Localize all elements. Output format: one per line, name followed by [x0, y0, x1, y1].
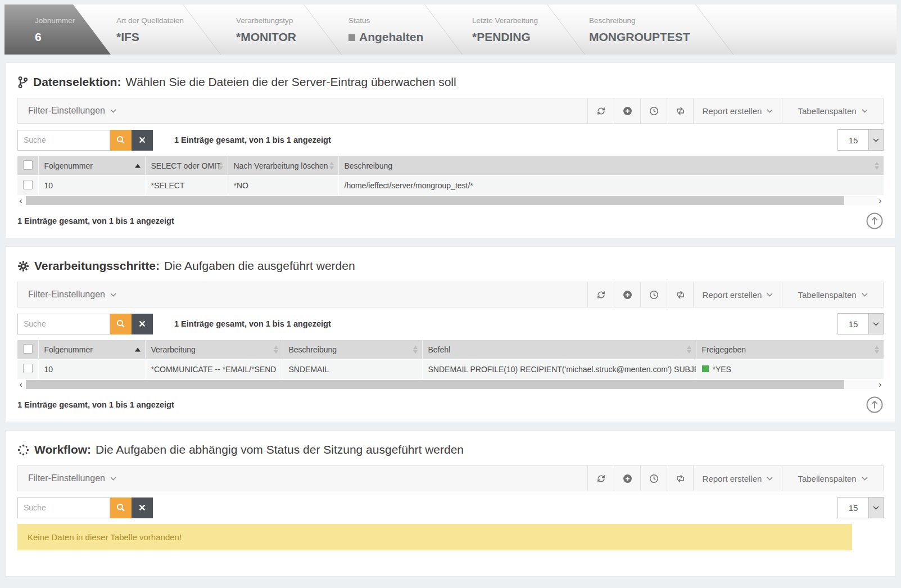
section-title-main: Verarbeitungsschritte: [34, 259, 160, 273]
add-circle-icon [623, 474, 632, 483]
cell-beschreibung: SNDEMAIL [283, 359, 422, 379]
column-header-folgenummer[interactable]: Folgenummer [38, 156, 145, 175]
code-branch-icon [17, 76, 28, 89]
chevron-down-icon [767, 477, 773, 481]
refresh-button[interactable] [587, 98, 614, 123]
scroll-right-icon[interactable]: › [877, 196, 884, 205]
column-header-beschreibung[interactable]: Beschreibung [283, 340, 422, 359]
cell-select-omit: *SELECT [145, 175, 228, 195]
chevron-down-icon [868, 314, 883, 334]
retweet-icon [675, 474, 686, 483]
add-circle-icon [623, 290, 632, 300]
column-header-folgenummer[interactable]: Folgenummer [38, 340, 145, 359]
section-title-main: Datenselektion: [33, 75, 121, 89]
column-header-beschreibung[interactable]: Beschreibung [338, 156, 884, 175]
table-footer: 1 Einträge gesamt, von 1 bis 1 angezeigt [17, 212, 884, 230]
report-create-button[interactable]: Report erstellen [693, 98, 782, 123]
scroll-left-icon[interactable]: ‹ [17, 196, 24, 205]
table-columns-button[interactable]: Tabellenspalten [782, 282, 883, 307]
chevron-down-icon [862, 109, 868, 113]
search-button[interactable] [110, 497, 132, 518]
select-all-checkbox[interactable] [23, 344, 33, 354]
refresh-icon [596, 474, 606, 483]
search-input[interactable] [17, 130, 110, 151]
table-row[interactable]: 10 *SELECT *NO /home/ieffect/server/mong… [17, 175, 884, 195]
entries-count-footer: 1 Einträge gesamt, von 1 bis 1 angezeigt [17, 400, 174, 409]
scrollbar-thumb[interactable] [26, 380, 844, 389]
toolbar: Filter-Einstellungen Report erstellen Ta… [17, 282, 884, 307]
row-checkbox[interactable] [23, 180, 33, 189]
filter-settings-button[interactable]: Filter-Einstellungen [18, 98, 587, 123]
filter-settings-button[interactable]: Filter-Einstellungen [18, 466, 587, 491]
chevron-down-icon [868, 130, 883, 150]
clear-search-button[interactable] [132, 314, 153, 334]
header-separator [304, 4, 342, 55]
sort-asc-icon [135, 164, 141, 168]
refresh-button[interactable] [587, 466, 614, 491]
add-button[interactable] [614, 282, 640, 307]
section-title-sub: Die Aufgaben die ausgeführt werden [164, 259, 355, 273]
column-header-verarbeitung[interactable]: Verarbeitung [145, 340, 283, 359]
refresh-button[interactable] [587, 282, 614, 307]
cell-folgenummer: 10 [38, 359, 145, 379]
cell-verarbeitung: *COMMUNICATE -- *EMAIL/*SEND [145, 359, 283, 379]
released-square-icon [702, 365, 709, 372]
add-button[interactable] [614, 466, 640, 491]
scroll-right-icon[interactable]: › [877, 379, 884, 389]
filter-settings-button[interactable]: Filter-Einstellungen [18, 282, 587, 307]
header-separator [547, 4, 585, 55]
column-header-loeschen[interactable]: Nach Verarbeitung löschen [228, 156, 338, 175]
history-button[interactable] [640, 466, 667, 491]
horizontal-scrollbar: ‹ › [17, 196, 884, 205]
clear-search-button[interactable] [132, 130, 153, 151]
chevron-down-icon [767, 109, 773, 113]
clock-icon [649, 106, 659, 116]
close-icon [139, 137, 146, 143]
add-button[interactable] [614, 98, 640, 123]
page-size-select[interactable]: 15 [837, 129, 884, 151]
cell-loeschen: *NO [228, 175, 338, 195]
refresh-icon [596, 106, 606, 116]
add-circle-icon [623, 106, 632, 116]
sort-icon [413, 346, 418, 354]
history-button[interactable] [640, 282, 667, 307]
clear-search-button[interactable] [132, 497, 153, 518]
section-title-main: Workflow: [34, 443, 91, 456]
row-checkbox[interactable] [23, 364, 33, 373]
search-input[interactable] [17, 497, 110, 518]
select-all-checkbox[interactable] [23, 160, 33, 170]
column-header-select-omit[interactable]: SELECT oder OMIT [145, 156, 228, 175]
retweet-icon [675, 291, 686, 299]
report-create-button[interactable]: Report erstellen [693, 282, 782, 307]
back-to-top-button[interactable] [866, 396, 884, 414]
cell-befehl: SNDEMAIL PROFILE(10) RECIPIENT('michael.… [422, 359, 696, 379]
column-header-freigegeben[interactable]: Freigegeben [696, 340, 884, 359]
entries-count: 1 Einträge gesamt, von 1 bis 1 angezeigt [174, 319, 331, 328]
section-workflow: Workflow: Die Aufgaben die abhängig vom … [6, 430, 895, 577]
page-size-select[interactable]: 15 [837, 313, 884, 334]
header-separator [695, 4, 734, 55]
status-value: Angehalten [359, 30, 423, 43]
retweet-button[interactable] [667, 466, 693, 491]
page-size-select[interactable]: 15 [837, 497, 884, 518]
sort-icon [274, 346, 278, 354]
chevron-down-icon [110, 477, 116, 481]
search-button[interactable] [110, 130, 132, 151]
retweet-button[interactable] [667, 98, 693, 123]
cell-folgenummer: 10 [38, 175, 145, 195]
search-input[interactable] [17, 314, 110, 334]
scroll-left-icon[interactable]: ‹ [17, 379, 24, 389]
scrollbar-thumb[interactable] [26, 196, 844, 205]
table-row[interactable]: 10 *COMMUNICATE -- *EMAIL/*SEND SNDEMAIL… [17, 359, 884, 379]
back-to-top-button[interactable] [866, 212, 884, 230]
search-row: 1 Einträge gesamt, von 1 bis 1 angezeigt… [17, 313, 884, 334]
search-button[interactable] [110, 314, 132, 334]
column-header-befehl[interactable]: Befehl [422, 340, 696, 359]
table-columns-button[interactable]: Tabellenspalten [782, 98, 883, 123]
table-footer: 1 Einträge gesamt, von 1 bis 1 angezeigt [17, 396, 884, 414]
table-columns-button[interactable]: Tabellenspalten [782, 466, 883, 491]
retweet-button[interactable] [667, 282, 693, 307]
history-button[interactable] [640, 98, 667, 123]
report-create-button[interactable]: Report erstellen [693, 466, 782, 491]
spinner-dots-icon [17, 444, 29, 456]
